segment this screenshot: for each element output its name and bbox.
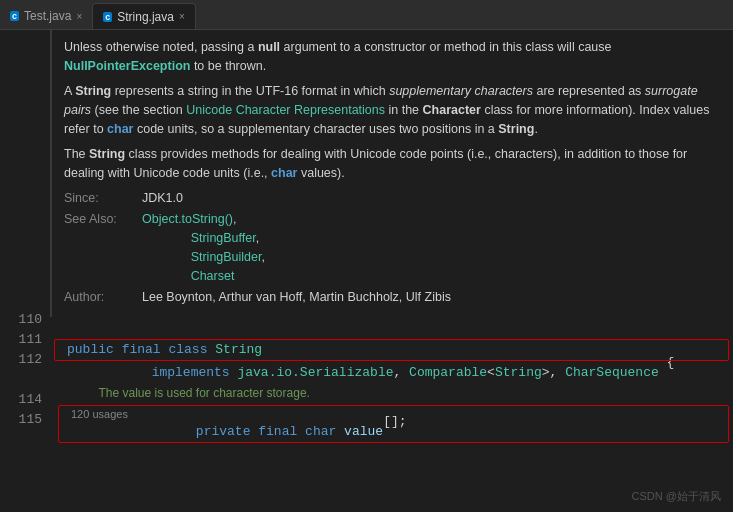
line-num-blank8 bbox=[8, 170, 42, 190]
tab-close-string[interactable]: × bbox=[179, 11, 185, 22]
line-num-blank3 bbox=[8, 70, 42, 90]
seealso-link-2[interactable]: StringBuffer bbox=[191, 231, 256, 245]
tab-icon-test: c bbox=[10, 11, 19, 21]
seealso-link-3[interactable]: StringBuilder bbox=[191, 250, 262, 264]
since-label: Since: bbox=[64, 189, 134, 208]
string-bold-3: String bbox=[89, 147, 125, 161]
line-num-112: 112 bbox=[8, 350, 42, 370]
kw-char: char bbox=[305, 422, 336, 442]
class-name-string: String bbox=[215, 340, 262, 360]
string-bold-2: String bbox=[498, 122, 534, 136]
line-num-blank4 bbox=[8, 90, 42, 110]
line-num-blank10 bbox=[8, 210, 42, 230]
code-line-comment: The value is used for character storage. bbox=[50, 383, 733, 403]
type-string: String bbox=[495, 363, 542, 383]
editor-pane: Unless otherwise noted, passing a null a… bbox=[50, 30, 733, 512]
line-num-115: 115 bbox=[8, 410, 42, 430]
javadoc-para1: Unless otherwise noted, passing a null a… bbox=[64, 38, 721, 76]
line-num-blank6 bbox=[8, 130, 42, 150]
unicode-link[interactable]: Unicode Character Representations bbox=[186, 103, 385, 117]
content-area: 110 111 112 114 115 Unless otherwise not… bbox=[0, 30, 733, 512]
line-num-blank12 bbox=[8, 250, 42, 270]
code-line-111[interactable]: public final class String bbox=[55, 340, 728, 360]
line-num-111: 111 bbox=[8, 330, 42, 350]
field-name: value bbox=[344, 422, 383, 442]
kw-public: public bbox=[67, 340, 114, 360]
line-num-blank1 bbox=[8, 30, 42, 50]
meta-seealso: See Also: Object.toString(), StringBuffe… bbox=[64, 210, 721, 286]
seealso-label: See Also: bbox=[64, 210, 134, 286]
null-text: null bbox=[258, 40, 280, 54]
seealso-link-4[interactable]: Charset bbox=[191, 269, 235, 283]
seealso-link-1[interactable]: Object.toString() bbox=[142, 212, 233, 226]
iface-charsequence: CharSequence bbox=[565, 363, 659, 383]
line-num-113 bbox=[8, 370, 42, 390]
line-num-blank5 bbox=[8, 110, 42, 130]
code-line-110 bbox=[50, 317, 733, 337]
character-bold: Character bbox=[423, 103, 481, 117]
kw-private: private bbox=[196, 422, 251, 442]
author-label: Author: bbox=[64, 288, 134, 307]
tab-label-test: Test.java bbox=[24, 9, 71, 23]
tab-test-java[interactable]: c Test.java × bbox=[0, 3, 92, 29]
npe-link[interactable]: NullPointerException bbox=[64, 59, 190, 73]
line-num-blank14 bbox=[8, 290, 42, 310]
since-value: JDK1.0 bbox=[142, 189, 183, 208]
field-declaration-box: 120 usages private final char value[]; bbox=[58, 405, 729, 443]
line-num-blank9 bbox=[8, 190, 42, 210]
kw-final: final bbox=[122, 340, 161, 360]
javadoc-para2: A String represents a string in the UTF-… bbox=[64, 82, 721, 139]
tab-bar: c Test.java × c String.java × bbox=[0, 0, 733, 30]
char-keyword-1: char bbox=[107, 122, 133, 136]
tab-string-java[interactable]: c String.java × bbox=[92, 3, 196, 29]
code-line-114[interactable]: private final char value[]; bbox=[59, 422, 728, 442]
tab-icon-string: c bbox=[103, 12, 112, 22]
meta-since: Since: JDK1.0 bbox=[64, 189, 721, 208]
class-declaration-box: public final class String bbox=[54, 339, 729, 361]
string-bold-1: String bbox=[75, 84, 111, 98]
watermark: CSDN @始于清风 bbox=[632, 489, 721, 504]
line-numbers: 110 111 112 114 115 bbox=[0, 30, 50, 512]
line-num-114: 114 bbox=[8, 390, 42, 410]
iface-comparable: Comparable bbox=[409, 363, 487, 383]
meta-author: Author: Lee Boynton, Arthur van Hoff, Ma… bbox=[64, 288, 721, 307]
line-num-blank2 bbox=[8, 50, 42, 70]
italic-supplementary: supplementary characters bbox=[389, 84, 533, 98]
char-keyword-2: char bbox=[271, 166, 297, 180]
javadoc-section: Unless otherwise noted, passing a null a… bbox=[50, 30, 733, 317]
line-num-110: 110 bbox=[8, 310, 42, 330]
tab-close-test[interactable]: × bbox=[76, 11, 82, 22]
kw-final-2: final bbox=[258, 422, 297, 442]
line-num-blank11 bbox=[8, 230, 42, 250]
seealso-links: Object.toString(), StringBuffer, StringB… bbox=[142, 210, 265, 286]
line-num-blank13 bbox=[8, 270, 42, 290]
line-num-blank7 bbox=[8, 150, 42, 170]
code-section: public final class String implements jav… bbox=[50, 317, 733, 465]
highlight-box-field: 120 usages private final char value[]; bbox=[54, 405, 733, 443]
author-value: Lee Boynton, Arthur van Hoff, Martin Buc… bbox=[142, 288, 451, 307]
tab-label-string: String.java bbox=[117, 10, 174, 24]
javadoc-para3: The String class provides methods for de… bbox=[64, 145, 721, 183]
highlight-box-class: public final class String bbox=[50, 339, 733, 361]
kw-class: class bbox=[168, 340, 207, 360]
